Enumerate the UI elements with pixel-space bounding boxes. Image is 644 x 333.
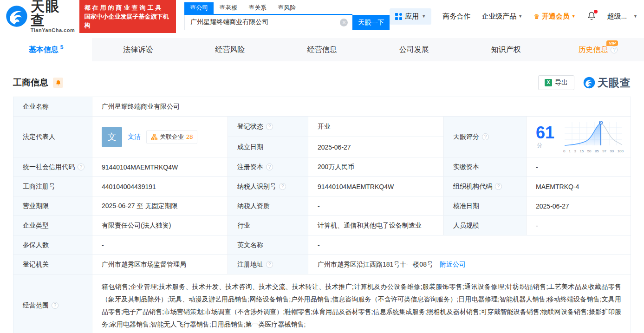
field-value-legal-rep: 文 文洁 关联企业 28 [92,117,228,157]
address-text: 广州市越秀区沿江西路181号十一楼08号 [318,261,433,268]
chevron-down-icon: ▼ [422,14,426,19]
table-row: 企业名称 广州星耀终端商业有限公司 [13,97,631,117]
tab-label: 基本信息 [29,45,59,55]
search-block: 查公司 查老板 查关系 查风险 ✕ 天眼一下 [184,2,390,30]
field-label-business-scope: 经营范围 [13,274,92,333]
nav-open-vip[interactable]: ♛ 开通会员 ▼ [533,12,575,21]
tab-intellectual-property[interactable]: 知识产权 [460,38,552,61]
field-value-staff-size: - [527,216,631,235]
field-value-taxpayer-id: 91440104MAEMTRKQ4W [308,177,444,196]
nearby-companies-link[interactable]: 附近公司 [440,261,466,268]
tab-operation-risk[interactable]: 经营风险 [184,38,276,61]
search-tab-boss[interactable]: 查老板 [214,2,243,14]
search-button[interactable]: 天眼一下 [352,15,390,30]
help-icon[interactable] [266,261,273,268]
field-value-company-type: 有限责任公司(法人独资) [92,216,228,235]
related-label: 关联企业 [160,133,184,141]
help-icon[interactable] [482,133,489,140]
field-value-org-code: MAEMTRKQ-4 [527,177,631,196]
field-label-legal-rep: 法定代表人 [13,117,92,157]
notification-bell[interactable] [587,11,596,22]
company-tabs: 基本信息 5 法律诉讼 经营风险 经营信息 公司发展 知识产权 VIP 历史信息 [0,38,644,61]
field-label-industry: 行业 [228,216,308,235]
chevron-down-icon: ▼ [633,14,637,19]
score-value-block: 61分 [536,124,558,150]
apps-grid-icon [395,13,402,20]
field-value-reg-capital: 200万人民币 [308,157,444,177]
help-icon[interactable] [279,183,286,190]
brand-slogan: 都在用的商业查询工具 国家中小企业发展子基金旗下机构 [79,0,176,33]
field-label-reg-status: 登记状态 [228,117,308,137]
user-menu[interactable]: 超级... ▼ [607,12,637,21]
section-header: 工商信息 X 导出 天眼查 [13,75,631,90]
table-row: 参保人数 - 英文名称 - [13,235,631,255]
help-icon[interactable] [52,302,59,309]
legal-rep-link[interactable]: 文洁 [128,133,141,141]
logo-domain: TianYanCha.com [31,27,75,33]
help-icon[interactable] [495,183,502,190]
tab-label: 历史信息 [578,45,608,55]
help-icon[interactable] [78,163,85,170]
table-row: 营业期限 2025-06-27 至 无固定期限 纳税人资质 - 核准日期 202… [13,196,631,216]
field-label-business-term: 营业期限 [13,196,92,216]
search-tab-relation[interactable]: 查关系 [243,2,272,14]
related-companies-badge[interactable]: 关联企业 28 [146,130,197,144]
username: 超级... [607,12,627,21]
chevron-down-icon: ▼ [518,14,522,19]
table-row: 统一社会信用代码 91440104MAEMTRKQ4W 注册资本 200万人民币… [13,157,631,177]
tab-history-info[interactable]: VIP 历史信息 [552,38,644,61]
chevron-down-icon: ▼ [572,14,576,19]
watermark-logo: 天眼查 [583,76,631,90]
search-tab-company[interactable]: 查公司 [184,2,214,14]
subscribe-bell-button[interactable] [53,78,63,88]
crown-icon: ♛ [533,13,540,20]
slogan-line2: 国家中小企业发展子基金旗下机构 [84,12,171,30]
org-chart-icon [151,134,157,140]
score-distribution-chart: 0131550859799100 [563,120,624,153]
tab-legal-litigation[interactable]: 法律诉讼 [92,38,184,61]
nav-enterprise-products[interactable]: 企业级产品 ▼ [481,12,522,21]
help-icon[interactable] [266,163,273,170]
help-icon[interactable] [611,46,618,53]
field-label-paid-capital: 实缴资本 [444,157,527,177]
header: 天眼查 TianYanCha.com 都在用的商业查询工具 国家中小企业发展子基… [0,0,644,33]
score-unit: 分 [537,142,542,149]
field-value-reg-authority: 广州市越秀区市场监督管理局 [92,255,228,274]
field-value-english-name: - [308,235,631,255]
table-row: 企业类型 有限责任公司(法人独资) 行业 计算机、通信和其他电子设备制造业 人员… [13,216,631,235]
top-nav: 应用 ▼ 商务合作 企业级产品 ▼ ♛ 开通会员 ▼ 超级... ▼ [390,8,637,25]
export-label: 导出 [555,78,568,87]
search-tab-risk[interactable]: 查风险 [272,2,301,14]
avatar[interactable]: 文 [102,127,122,147]
bell-icon [55,80,61,86]
nav-business-cooperation[interactable]: 商务合作 [442,12,470,21]
field-label-org-code: 组织机构代码 [444,177,527,196]
search-input[interactable] [184,15,352,30]
score-cell: 61分 [527,117,631,157]
main-content: 工商信息 X 导出 天眼查 企业名称 广州星耀终端商业有限公司 [0,75,644,333]
field-label-credit-code: 统一社会信用代码 [13,157,92,177]
score-axis-ticks: 0131550859799100 [563,149,624,153]
enterprise-label: 企业级产品 [481,12,516,21]
tab-operation-info[interactable]: 经营信息 [276,38,368,61]
field-value-approval-date: 2025-06-27 [527,196,631,216]
table-row: 登记机关 广州市越秀区市场监督管理局 注册地址 广州市越秀区沿江西路181号十一… [13,255,631,274]
tab-basic-info[interactable]: 基本信息 5 [0,38,92,61]
field-label-reg-capital: 注册资本 [228,157,308,177]
field-value-taxpayer-quality: - [308,196,444,216]
field-value-reg-address: 广州市越秀区沿江西路181号十一楼08号 附近公司 [308,255,631,274]
tianyancha-logo[interactable]: 天眼查 TianYanCha.com [5,0,75,33]
section-title: 工商信息 [13,77,48,89]
notification-dot [594,10,598,13]
field-label-reg-address: 注册地址 [228,255,308,274]
export-button[interactable]: X 导出 [538,75,574,90]
field-value-paid-capital: - [527,157,631,177]
tab-company-development[interactable]: 公司发展 [368,38,460,61]
tianyancha-logo-icon [5,4,29,28]
apps-menu[interactable]: 应用 ▼ [390,8,431,25]
logo-text: 天眼查 [31,0,75,27]
table-row: 工商注册号 440104004439191 纳税人识别号 91440104MAE… [13,177,631,196]
field-label-establish-date: 成立日期 [228,137,308,157]
help-icon[interactable] [266,123,273,130]
business-info-table: 企业名称 广州星耀终端商业有限公司 法定代表人 文 文洁 关联企业 28 [13,97,631,333]
